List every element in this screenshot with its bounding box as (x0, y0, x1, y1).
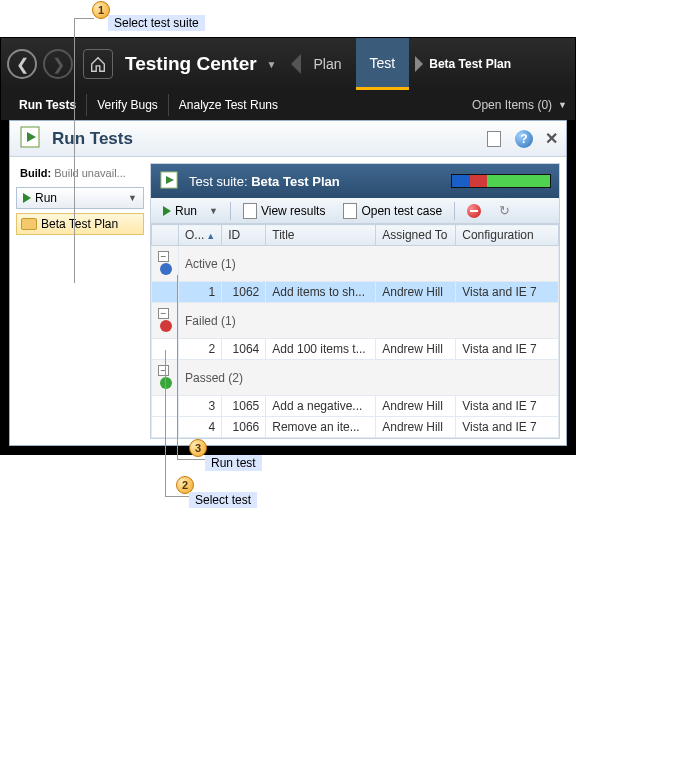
sidebar-suite-label: Beta Test Plan (41, 217, 118, 231)
status-failed-icon (160, 320, 172, 332)
breadcrumb-plan[interactable]: Plan (300, 38, 356, 90)
refresh-icon: ↻ (499, 203, 510, 218)
collapse-icon[interactable]: − (158, 251, 169, 262)
app-window: ▬ ▢ ✕ ❮ ❯ Testing Center ▼ Plan Test Bet… (0, 37, 576, 455)
row-id: 1062 (222, 282, 266, 303)
group-row-failed[interactable]: − Failed (1) (152, 303, 559, 339)
open-items-label: Open Items (0) (472, 98, 552, 112)
group-row-passed[interactable]: − Passed (2) (152, 360, 559, 396)
chevron-down-icon: ▼ (209, 206, 218, 216)
tests-grid: O...▲ ID Title Assigned To Configuration… (151, 224, 559, 438)
run-label: Run (35, 191, 57, 205)
row-title: Remove an ite... (266, 417, 376, 438)
toolbar-open-test-case[interactable]: Open test case (337, 201, 448, 221)
help-icon[interactable]: ? (515, 130, 533, 148)
row-id: 1065 (222, 396, 266, 417)
callout-label-2: Select test (189, 492, 257, 508)
suite-icon (159, 169, 181, 194)
group-label: Failed (1) (179, 303, 559, 339)
row-id: 1066 (222, 417, 266, 438)
plan-name-label: Beta Test Plan (429, 57, 517, 71)
subnav-analyze[interactable]: Analyze Test Runs (169, 94, 288, 116)
chevron-right-icon (415, 56, 423, 72)
row-num: 3 (179, 396, 222, 417)
breadcrumb-test[interactable]: Test (356, 38, 410, 90)
panel-title: Run Tests (52, 129, 133, 149)
sidebar: Build: Build unavail... Run ▼ Beta Test … (16, 163, 144, 439)
callout-label-1: Select test suite (108, 15, 205, 31)
col-order[interactable]: O...▲ (179, 225, 222, 246)
toolbar-run-button[interactable]: Run ▼ (157, 202, 224, 220)
toolbar-run-label: Run (175, 204, 197, 218)
callout-label-3: Run test (205, 455, 262, 471)
folder-icon (21, 218, 37, 230)
row-title: Add items to sh... (266, 282, 376, 303)
collapse-icon[interactable]: − (158, 365, 169, 376)
build-value: Build unavail... (54, 167, 126, 179)
row-assigned: Andrew Hill (376, 339, 456, 360)
row-num: 4 (179, 417, 222, 438)
sidebar-run-dropdown[interactable]: Run ▼ (16, 187, 144, 209)
title-bar: ❮ ❯ Testing Center ▼ Plan Test Beta Test… (1, 38, 575, 90)
col-id[interactable]: ID (222, 225, 266, 246)
table-row[interactable]: 2 1064 Add 100 items t... Andrew Hill Vi… (152, 339, 559, 360)
group-label: Active (1) (179, 246, 559, 282)
col-assigned[interactable]: Assigned To (376, 225, 456, 246)
col-expand[interactable] (152, 225, 179, 246)
toolbar-view-label: View results (261, 204, 325, 218)
table-row[interactable]: 4 1066 Remove an ite... Andrew Hill Vist… (152, 417, 559, 438)
open-items-dropdown[interactable]: Open Items (0) ▼ (472, 98, 567, 112)
stop-icon (467, 204, 481, 218)
document-icon (343, 203, 357, 219)
row-config: Vista and IE 7 (456, 417, 559, 438)
row-num: 2 (179, 339, 222, 360)
back-button[interactable]: ❮ (7, 49, 37, 79)
row-config: Vista and IE 7 (456, 396, 559, 417)
row-assigned: Andrew Hill (376, 396, 456, 417)
run-tests-panel: Run Tests ? ✕ Build: Build unavail... Ru… (9, 120, 567, 446)
table-row[interactable]: 3 1065 Add a negative... Andrew Hill Vis… (152, 396, 559, 417)
subnav-verify-bugs[interactable]: Verify Bugs (87, 94, 169, 116)
suite-prefix: Test suite: (189, 174, 251, 189)
run-tests-icon (18, 124, 44, 154)
table-row[interactable]: 1 1062 Add items to sh... Andrew Hill Vi… (152, 282, 559, 303)
row-id: 1064 (222, 339, 266, 360)
main-grid-panel: Test suite: Beta Test Plan Run ▼ (150, 163, 560, 439)
group-row-active[interactable]: − Active (1) (152, 246, 559, 282)
build-label: Build: (20, 167, 51, 179)
group-label: Passed (2) (179, 360, 559, 396)
sub-nav: Run Tests Verify Bugs Analyze Test Runs … (1, 90, 575, 120)
row-title: Add 100 items t... (266, 339, 376, 360)
row-num: 1 (179, 282, 222, 303)
breadcrumb-plan-name[interactable]: Beta Test Plan (409, 38, 531, 90)
build-row: Build: Build unavail... (16, 163, 144, 183)
row-config: Vista and IE 7 (456, 282, 559, 303)
app-title: Testing Center (125, 53, 257, 75)
forward-button[interactable]: ❯ (43, 49, 73, 79)
home-button[interactable] (83, 49, 113, 79)
row-assigned: Andrew Hill (376, 417, 456, 438)
play-icon (23, 193, 31, 203)
status-passed-icon (160, 377, 172, 389)
row-assigned: Andrew Hill (376, 282, 456, 303)
collapse-icon[interactable]: − (158, 308, 169, 319)
progress-bar (451, 174, 551, 188)
col-config[interactable]: Configuration (456, 225, 559, 246)
toolbar-open-label: Open test case (361, 204, 442, 218)
toolbar-refresh-button[interactable]: ↻ (493, 201, 516, 220)
toolbar-stop-button[interactable] (461, 202, 487, 220)
toolbar-view-results[interactable]: View results (237, 201, 331, 221)
title-dropdown-icon[interactable]: ▼ (267, 59, 277, 70)
sidebar-suite-item[interactable]: Beta Test Plan (16, 213, 144, 235)
col-title[interactable]: Title (266, 225, 376, 246)
new-item-icon[interactable] (485, 130, 503, 148)
close-panel-icon[interactable]: ✕ (545, 129, 558, 148)
suite-name: Beta Test Plan (251, 174, 340, 189)
row-title: Add a negative... (266, 396, 376, 417)
row-config: Vista and IE 7 (456, 339, 559, 360)
play-icon (163, 206, 171, 216)
document-icon (243, 203, 257, 219)
subnav-run-tests[interactable]: Run Tests (9, 94, 87, 116)
chevron-down-icon: ▼ (558, 100, 567, 110)
status-active-icon (160, 263, 172, 275)
